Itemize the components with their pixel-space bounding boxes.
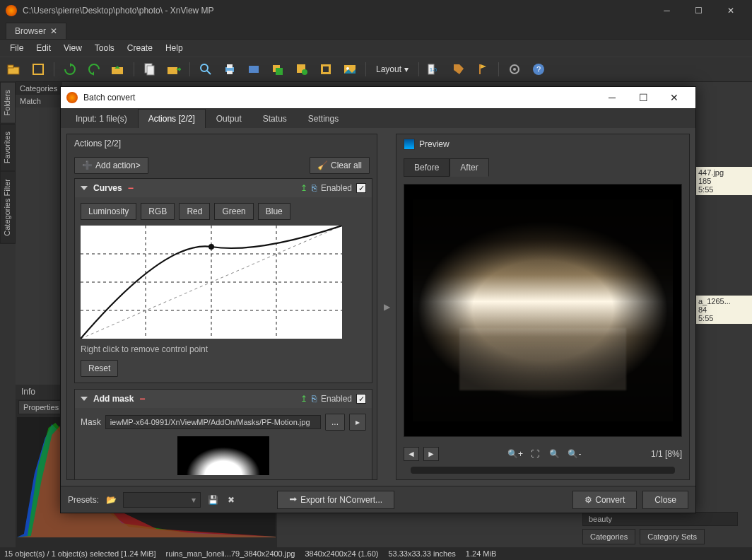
enabled-checkbox[interactable]: ✓: [356, 183, 366, 193]
fit-icon[interactable]: ⛶: [527, 447, 543, 461]
mask-label: Mask: [81, 417, 101, 427]
move-up-icon[interactable]: ↥: [300, 183, 307, 193]
category-field[interactable]: beauty: [582, 512, 738, 526]
menu-view[interactable]: View: [58, 41, 88, 55]
open-icon[interactable]: [4, 59, 24, 79]
side-tab-categories-filter[interactable]: Categories Filter: [0, 171, 16, 244]
dialog-close-button[interactable]: ✕: [659, 87, 690, 108]
browse-mask-button[interactable]: ...: [325, 414, 345, 431]
svg-point-35: [208, 244, 214, 250]
side-tab-favorites[interactable]: Favorites: [0, 124, 16, 171]
dialog-minimize-button[interactable]: ─: [597, 87, 628, 108]
mode-red[interactable]: Red: [179, 203, 210, 220]
preview-image: [413, 199, 673, 421]
delete-preset-icon[interactable]: ✖: [225, 494, 237, 506]
copy-icon[interactable]: [140, 59, 160, 79]
convert-icon[interactable]: [268, 59, 288, 79]
mode-luminosity[interactable]: Luminosity: [81, 203, 136, 220]
reset-button[interactable]: Reset: [81, 360, 118, 377]
export-icon: ⮕: [289, 495, 298, 505]
collapse-icon[interactable]: [81, 397, 88, 401]
clear-all-button[interactable]: 🧹 Clear all: [310, 157, 370, 174]
main-titlebar: C:\Users\pierre\Desktop\photo\photo\ - X…: [0, 0, 752, 21]
properties-tab[interactable]: Properties: [18, 400, 64, 414]
convert-button[interactable]: ⚙ Convert: [572, 491, 637, 509]
menu-file[interactable]: File: [4, 41, 29, 55]
duplicate-icon[interactable]: ⎘: [312, 183, 317, 193]
menu-create[interactable]: Create: [122, 41, 158, 55]
save-preset-icon[interactable]: 💾: [206, 494, 219, 506]
tab-settings[interactable]: Settings: [298, 109, 349, 128]
thumb-file-2[interactable]: a_1265...845:55: [695, 296, 752, 324]
prev-image-button[interactable]: ◄: [404, 447, 419, 461]
convert-icon: ⚙: [584, 495, 592, 505]
preview-column: Preview Before After ◄ ► 🔍+ ⛶ 🔍 🔍- 1/1 […: [396, 134, 690, 480]
dialog-maximize-button[interactable]: ☐: [628, 87, 659, 108]
mode-blue[interactable]: Blue: [258, 203, 290, 220]
open-preset-icon[interactable]: 📂: [105, 494, 117, 506]
play-mask-button[interactable]: ▸: [349, 414, 366, 431]
flag-icon[interactable]: [473, 59, 493, 79]
browser-tab[interactable]: Browser ✕: [6, 23, 66, 39]
thumbnails-icon[interactable]: 1-5: [425, 59, 445, 79]
minimize-button[interactable]: ─: [651, 0, 683, 21]
next-image-button[interactable]: ►: [423, 447, 439, 461]
move-up-icon[interactable]: ↥: [300, 394, 307, 404]
mask-path-input[interactable]: iewMP-x64-0991/XnViewMP/AddOn/Masks/PF-M…: [105, 415, 321, 429]
fullscreen-icon[interactable]: [28, 59, 48, 79]
presets-dropdown[interactable]: [123, 492, 201, 508]
side-tab-folders[interactable]: Folders: [0, 82, 16, 124]
action-curves: Curves − ↥ ⎘ Enabled ✓ Luminosity RGB: [74, 178, 372, 383]
svg-rect-11: [227, 71, 233, 74]
mode-green[interactable]: Green: [214, 203, 253, 220]
tab-output[interactable]: Output: [206, 109, 252, 128]
thumb-file-1[interactable]: 447.jpg1855:55: [695, 167, 752, 195]
zoom-100-icon[interactable]: 🔍: [547, 447, 563, 461]
menu-help[interactable]: Help: [160, 41, 189, 55]
svg-rect-18: [323, 66, 329, 72]
reload-icon[interactable]: [84, 59, 104, 79]
categories-tab[interactable]: Categories: [582, 529, 635, 544]
maximize-button[interactable]: ☐: [683, 0, 715, 21]
tag-icon[interactable]: [449, 59, 469, 79]
menu-tools[interactable]: Tools: [89, 41, 120, 55]
resize-icon[interactable]: [316, 59, 336, 79]
curve-hint: Right click to remove control point: [81, 344, 366, 354]
close-icon[interactable]: ✕: [50, 26, 57, 36]
batch-icon[interactable]: [292, 59, 312, 79]
zoom-out-icon[interactable]: 🔍-: [567, 447, 582, 461]
preview-scrollbar[interactable]: [411, 467, 675, 474]
print-icon[interactable]: [220, 59, 240, 79]
move-icon[interactable]: [164, 59, 184, 79]
tab-status[interactable]: Status: [252, 109, 298, 128]
preview-tab-before[interactable]: Before: [404, 158, 450, 177]
collapse-icon[interactable]: [81, 186, 88, 190]
duplicate-icon[interactable]: ⎘: [312, 394, 317, 404]
add-mask-label: Add mask: [93, 394, 134, 404]
mode-rgb[interactable]: RGB: [141, 203, 175, 220]
zoom-in-icon[interactable]: 🔍+: [507, 447, 523, 461]
preview-tab-after[interactable]: After: [450, 158, 488, 177]
category-sets-tab[interactable]: Category Sets: [640, 529, 705, 544]
search-icon[interactable]: [196, 59, 216, 79]
tab-input[interactable]: Input: 1 file(s): [65, 109, 138, 128]
enabled-checkbox[interactable]: ✓: [356, 394, 366, 404]
up-folder-icon[interactable]: [108, 59, 128, 79]
close-button[interactable]: ✕: [715, 0, 746, 21]
scanner-icon[interactable]: [244, 59, 264, 79]
add-action-button[interactable]: ➕ Add action>: [74, 157, 148, 174]
image-icon[interactable]: [340, 59, 360, 79]
help-icon[interactable]: ?: [529, 59, 548, 79]
settings-icon[interactable]: [505, 59, 524, 79]
menu-edit[interactable]: Edit: [30, 41, 57, 55]
close-dialog-button[interactable]: Close: [642, 491, 688, 509]
layout-dropdown[interactable]: Layout ▾: [372, 63, 413, 76]
curve-canvas[interactable]: [81, 226, 342, 339]
remove-action-icon[interactable]: −: [128, 182, 134, 194]
export-nconvert-button[interactable]: ⮕ Export for NConvert...: [277, 491, 394, 509]
tab-actions[interactable]: Actions [2/2]: [138, 109, 206, 128]
remove-action-icon[interactable]: −: [139, 393, 145, 404]
refresh-icon[interactable]: [60, 59, 80, 79]
svg-point-25: [513, 68, 516, 71]
expand-handle[interactable]: ▶: [383, 134, 390, 480]
